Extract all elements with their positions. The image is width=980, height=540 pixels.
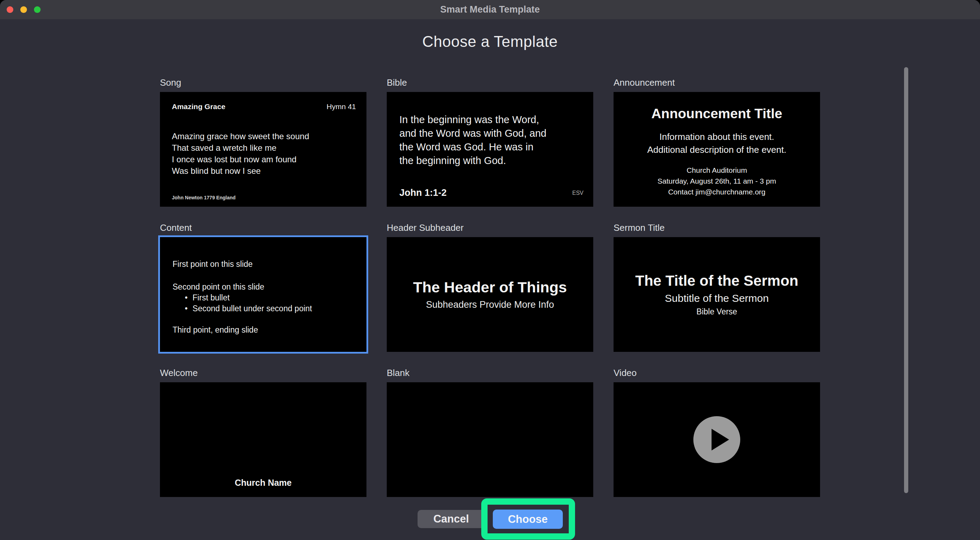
play-icon — [694, 416, 740, 463]
bible-slide-reference: John 1:1-2 — [399, 187, 447, 198]
template-label-bible: Bible — [387, 77, 593, 88]
template-label-welcome: Welcome — [160, 368, 366, 378]
content-slide-point2: Second point on this slide — [173, 281, 360, 292]
template-label-song: Song — [160, 77, 366, 88]
vertical-scrollbar[interactable] — [904, 67, 908, 493]
welcome-slide-church-name: Church Name — [160, 478, 366, 488]
template-thumbnail-announcement[interactable]: Announcement Title Information about thi… — [614, 92, 820, 207]
template-cell-header-subheader: Header Subheader The Header of Things Su… — [387, 222, 593, 352]
sermon-slide-subtitle: Subtitle of the Sermon — [665, 292, 769, 304]
template-cell-welcome: Welcome Church Name — [160, 368, 366, 497]
template-cell-song: Song Amazing Grace Hymn 41 Amazing grace… — [160, 77, 366, 207]
template-thumbnail-welcome[interactable]: Church Name — [160, 382, 366, 497]
announcement-slide-datetime: Saturday, August 26th, 11 am - 3 pm — [614, 176, 820, 186]
sermon-slide-title: The Title of the Sermon — [635, 272, 799, 289]
sermon-slide-verse: Bible Verse — [697, 307, 737, 316]
template-thumbnail-video[interactable] — [614, 382, 820, 497]
template-cell-blank: Blank — [387, 368, 593, 497]
choose-button[interactable]: Choose — [493, 510, 563, 529]
dialog-window: Smart Media Template Choose a Template S… — [0, 0, 980, 540]
template-thumbnail-content-selected[interactable]: First point on this slide Second point o… — [160, 237, 366, 352]
zoom-window-icon[interactable] — [34, 6, 41, 13]
template-label-announcement: Announcement — [614, 77, 820, 88]
content-slide-bullet2: Second bullet under second point — [192, 304, 312, 313]
window-title: Smart Media Template — [0, 4, 980, 15]
song-slide-title: Amazing Grace — [172, 102, 225, 111]
bullet-icon: • — [185, 293, 188, 302]
announcement-slide-title: Announcement Title — [614, 106, 820, 121]
page-title: Choose a Template — [0, 33, 980, 50]
announcement-slide-line1: Information about this event. — [614, 130, 820, 143]
template-cell-announcement: Announcement Announcement Title Informat… — [614, 77, 820, 207]
template-label-header-subheader: Header Subheader — [387, 222, 593, 233]
header-slide-subheader: Subheaders Provide More Info — [426, 299, 554, 310]
content-slide-point1: First point on this slide — [173, 259, 360, 270]
template-cell-bible: Bible In the beginning was the Word, and… — [387, 77, 593, 207]
template-cell-content: Content First point on this slide Second… — [160, 222, 366, 352]
template-thumbnail-bible[interactable]: In the beginning was the Word, and the W… — [387, 92, 593, 207]
announcement-slide-location: Church Auditorium — [614, 165, 820, 176]
template-label-sermon-title: Sermon Title — [614, 222, 820, 233]
template-cell-sermon-title: Sermon Title The Title of the Sermon Sub… — [614, 222, 820, 352]
template-thumbnail-sermon-title[interactable]: The Title of the Sermon Subtitle of the … — [614, 237, 820, 352]
template-thumbnail-song[interactable]: Amazing Grace Hymn 41 Amazing grace how … — [160, 92, 366, 207]
song-slide-credit: John Newton 1779 England — [172, 195, 235, 200]
template-cell-video: Video — [614, 368, 820, 497]
announcement-slide-line2: Additional description of the event. — [614, 143, 820, 156]
traffic-lights — [6, 0, 41, 19]
template-label-blank: Blank — [387, 368, 593, 378]
minimize-window-icon[interactable] — [20, 6, 27, 13]
header-slide-header: The Header of Things — [413, 279, 567, 296]
song-slide-lyrics: Amazing grace how sweet the sound That s… — [172, 130, 309, 176]
bible-slide-verse: In the beginning was the Word, and the W… — [399, 113, 587, 168]
template-label-video: Video — [614, 368, 820, 378]
announcement-slide-contact: Contact jim@churchname.org — [614, 186, 820, 197]
bible-slide-translation: ESV — [572, 190, 584, 196]
cancel-button[interactable]: Cancel — [418, 510, 485, 528]
bullet-icon: • — [185, 304, 188, 313]
template-thumbnail-blank[interactable] — [387, 382, 593, 497]
template-label-content: Content — [160, 222, 366, 233]
content-slide-bullet1: First bullet — [192, 293, 230, 302]
title-bar: Smart Media Template — [0, 0, 980, 19]
content-slide-point3: Third point, ending slide — [173, 324, 360, 335]
template-thumbnail-header-subheader[interactable]: The Header of Things Subheaders Provide … — [387, 237, 593, 352]
close-window-icon[interactable] — [6, 6, 13, 13]
template-grid: Song Amazing Grace Hymn 41 Amazing grace… — [160, 77, 820, 497]
song-slide-meta: Hymn 41 — [326, 102, 356, 111]
